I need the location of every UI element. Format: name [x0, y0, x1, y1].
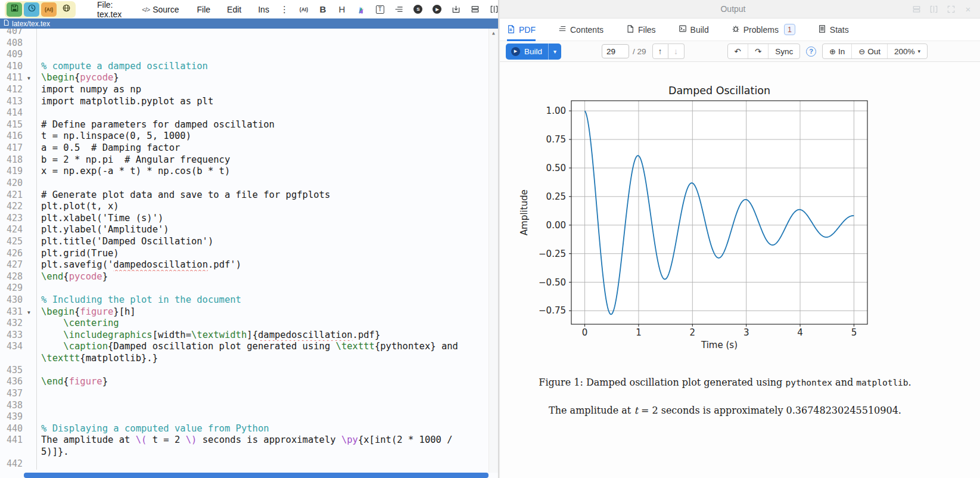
editor-wrap-line[interactable]: \texttt{matplotlib}.} [0, 353, 498, 365]
page-number-input[interactable] [602, 44, 629, 58]
editor-line-421[interactable]: 421# Generate plot data and save to a fi… [0, 190, 498, 201]
scroll-up-icon[interactable]: ▲ [489, 30, 498, 36]
zoom-out-button[interactable]: ⊖ Out [851, 44, 887, 58]
editor-line-434[interactable]: 434 \caption{Damped oscillation plot gen… [0, 341, 498, 353]
editor-line-431[interactable]: 431▼\begin{figure}[h] [0, 306, 498, 318]
align-right-icon[interactable] [394, 4, 405, 15]
history-button[interactable] [24, 2, 39, 17]
code-text: \texttt{matplotlib}.} [36, 353, 498, 365]
sync-button[interactable]: Sync [768, 44, 799, 58]
editor-panel: (AI) File: tex.tex </> Source FileEditIn… [0, 0, 498, 478]
editor-line-425[interactable]: 425plt.title('Damped Oscillation') [0, 236, 498, 248]
editor-line-407[interactable]: 407 [0, 29, 498, 38]
editor-horizontal-scrollbar[interactable] [24, 473, 489, 478]
editor-line-427[interactable]: 427plt.savefig('dampedoscillation.pdf') [0, 259, 498, 271]
editor-line-429[interactable]: 429 [0, 283, 498, 294]
fold-gutter [27, 142, 36, 154]
fullscreen-icon[interactable] [946, 4, 956, 14]
editor-line-435[interactable]: 435 [0, 365, 498, 377]
editor-line-419[interactable]: 419x = np.exp(-a * t) * np.cos(b * t) [0, 166, 498, 178]
open-file-tab[interactable]: latex/tex.tex [0, 18, 498, 29]
editor-line-422[interactable]: 422plt.plot(t, x) [0, 201, 498, 213]
fold-gutter [27, 271, 36, 283]
pdf-viewer[interactable]: 0123451.000.750.500.250.00−0.25−0.50−0.7… [500, 62, 980, 478]
text-box-icon[interactable]: T [375, 4, 385, 15]
fold-marker-icon[interactable]: ▼ [27, 72, 36, 84]
web-button[interactable] [58, 2, 74, 17]
redo-button[interactable]: ↷ [748, 44, 768, 58]
fold-gutter [27, 376, 36, 388]
editor-line-417[interactable]: 417a = 0.5 # Damping factor [0, 142, 498, 154]
editor-line-433[interactable]: 433 \includegraphics[width=\textwidth]{d… [0, 330, 498, 342]
close-panel-icon[interactable]: × [963, 4, 973, 14]
code-text: t = np.linspace(0, 5, 1000) [36, 131, 498, 142]
code-editor[interactable]: 407408409410% compute a damped oscillati… [0, 29, 498, 478]
editor-line-438[interactable]: 438 [0, 400, 498, 412]
editor-line-442[interactable]: 442 [0, 458, 498, 470]
ai-circle-icon[interactable]: (AI) [298, 4, 309, 15]
bold-icon[interactable]: B [318, 4, 328, 15]
svg-text:0.00: 0.00 [546, 220, 566, 231]
zoom-level-select[interactable]: 200% ▾ [887, 44, 927, 58]
previous-page-button[interactable]: ↑ [652, 44, 668, 59]
special-char-icon[interactable]: S [413, 4, 424, 15]
menu-edit[interactable]: Edit [227, 5, 241, 14]
svg-text:0.25: 0.25 [546, 191, 566, 202]
save-button[interactable] [7, 2, 22, 17]
output-tab-stats[interactable]: Stats [818, 18, 849, 41]
editor-line-416[interactable]: 416t = np.linspace(0, 5, 1000) [0, 131, 498, 142]
editor-line-437[interactable]: 437 [0, 388, 498, 400]
output-tab-problems[interactable]: Problems1 [732, 18, 795, 41]
menu-ins[interactable]: Ins [258, 5, 269, 14]
build-button[interactable]: ▶ Build ▾ [506, 44, 561, 60]
export-icon[interactable] [451, 4, 462, 15]
menu-file[interactable]: File [197, 5, 211, 14]
split-vertical-icon[interactable] [929, 4, 938, 14]
editor-line-409[interactable]: 409 [0, 49, 498, 61]
editor-line-441[interactable]: 441The amplitude at \( t = 2 \) seconds … [0, 434, 498, 446]
editor-line-426[interactable]: 426plt.grid(True) [0, 248, 498, 260]
editor-line-440[interactable]: 440% Displaying a computed value from Py… [0, 423, 498, 435]
output-tab-files[interactable]: Files [626, 18, 656, 41]
editor-line-430[interactable]: 430% Including the plot in the document [0, 294, 498, 306]
fold-marker-icon[interactable]: ▼ [27, 306, 36, 318]
next-page-button[interactable]: ↓ [668, 44, 685, 59]
editor-line-428[interactable]: 428\end{pycode} [0, 271, 498, 283]
editor-line-424[interactable]: 424plt.ylabel('Amplitude') [0, 224, 498, 236]
ai-edit-button[interactable]: (AI) [41, 2, 57, 17]
undo-button[interactable]: ↶ [728, 44, 748, 58]
editor-line-414[interactable]: 414 [0, 107, 498, 119]
line-number: 421 [0, 190, 27, 201]
editor-line-411[interactable]: 411▼\begin{pycode} [0, 72, 498, 84]
heading-icon[interactable]: H [337, 4, 347, 15]
source-mode-toggle[interactable]: </> Source [142, 5, 179, 14]
split-horizontal-icon[interactable] [470, 4, 481, 15]
palette-icon[interactable] [356, 4, 366, 15]
editor-line-412[interactable]: 412import numpy as np [0, 84, 498, 96]
fold-gutter [27, 201, 36, 213]
run-icon[interactable]: ▶ [432, 4, 443, 15]
code-text: x = np.exp(-a * t) * np.cos(b * t) [36, 166, 498, 178]
help-button[interactable]: ? [806, 46, 816, 57]
editor-line-413[interactable]: 413import matplotlib.pyplot as plt [0, 96, 498, 108]
editor-line-439[interactable]: 439 [0, 411, 498, 423]
editor-line-415[interactable]: 415# Define parameters for damped oscill… [0, 119, 498, 131]
editor-line-420[interactable]: 420 [0, 178, 498, 190]
code-text: plt.ylabel('Amplitude') [36, 224, 498, 236]
kebab-menu-icon[interactable]: ⋮ [280, 4, 289, 15]
editor-line-408[interactable]: 408 [0, 38, 498, 49]
editor-line-423[interactable]: 423plt.xlabel('Time (s)') [0, 213, 498, 225]
editor-vertical-scrollbar[interactable]: ▲ [489, 29, 498, 473]
output-tab-build[interactable]: Build [679, 18, 709, 41]
editor-line-436[interactable]: 436\end{figure} [0, 376, 498, 388]
editor-line-418[interactable]: 418b = 2 * np.pi # Angular frequency [0, 154, 498, 166]
editor-line-432[interactable]: 432 \centering [0, 318, 498, 330]
editor-wrap-line[interactable]: 5)]}. [0, 446, 498, 458]
zoom-in-button[interactable]: ⊕ In [823, 44, 851, 58]
output-tab-pdf[interactable]: PDF [507, 18, 536, 41]
build-dropdown-caret[interactable]: ▾ [548, 44, 561, 60]
output-tab-contents[interactable]: Contents [558, 18, 603, 41]
split-horizontal-icon[interactable] [911, 4, 921, 14]
file-icon [626, 24, 634, 35]
editor-line-410[interactable]: 410% compute a damped oscillation [0, 61, 498, 73]
